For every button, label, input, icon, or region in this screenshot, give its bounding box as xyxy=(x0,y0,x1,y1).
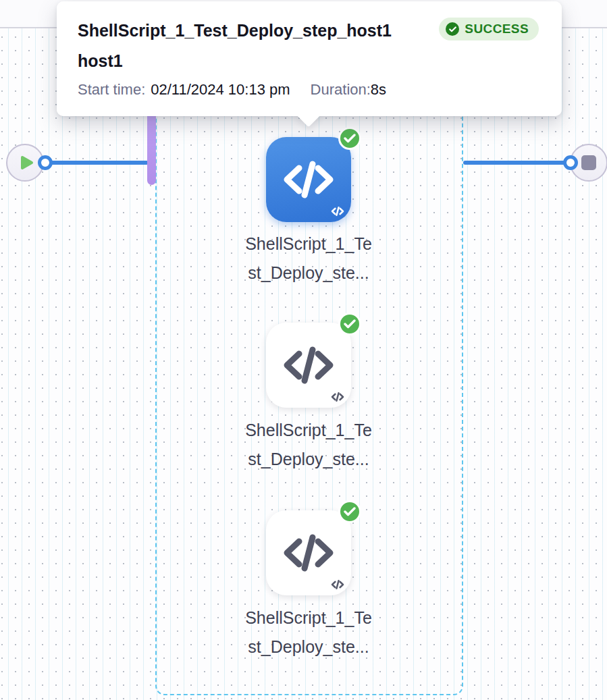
tooltip-meta-row: Start time: 02/11/2024 10:13 pm Duration… xyxy=(78,81,386,99)
check-circle-icon xyxy=(338,127,361,150)
check-circle-icon xyxy=(446,22,459,36)
check-circle-icon xyxy=(338,500,361,523)
code-icon xyxy=(282,531,335,574)
duration-value: 8s xyxy=(371,81,386,99)
end-connector-port[interactable] xyxy=(563,155,578,170)
check-circle-icon xyxy=(338,313,361,335)
step-node-shellscript-3[interactable] xyxy=(266,510,351,595)
start-time-label: Start time: xyxy=(78,81,145,99)
status-badge: SUCCESS xyxy=(439,18,539,41)
step-label: ShellScript_1_Te st_Deploy_ste... xyxy=(201,416,417,474)
start-time-value: 02/11/2024 10:13 pm xyxy=(151,81,290,99)
step-node-shellscript-1[interactable] xyxy=(266,137,351,222)
code-icon xyxy=(282,158,335,201)
stop-icon xyxy=(581,155,596,170)
tooltip-step-title: ShellScript_1_Test_Deploy_step_host1 hos… xyxy=(78,16,442,76)
tooltip-body: ShellScript_1_Test_Deploy_step_host1 hos… xyxy=(57,1,562,116)
code-icon xyxy=(282,344,335,387)
play-icon xyxy=(20,155,34,171)
barrier-bar[interactable] xyxy=(147,112,156,185)
status-badge-label: SUCCESS xyxy=(465,22,529,36)
step-node-shellscript-2[interactable] xyxy=(266,323,351,408)
duration-label: Duration: xyxy=(311,81,371,99)
start-connector-port[interactable] xyxy=(38,155,53,170)
shell-script-mini-icon xyxy=(330,392,345,402)
step-details-tooltip: ShellScript_1_Test_Deploy_step_host1 hos… xyxy=(57,1,562,116)
shell-script-mini-icon xyxy=(330,206,345,217)
step-label: ShellScript_1_Te st_Deploy_ste... xyxy=(201,230,417,288)
shell-script-mini-icon xyxy=(330,579,345,590)
edge-start-to-group xyxy=(45,161,149,165)
edge-group-to-end xyxy=(463,161,566,165)
step-label: ShellScript_1_Te st_Deploy_ste... xyxy=(201,603,417,662)
